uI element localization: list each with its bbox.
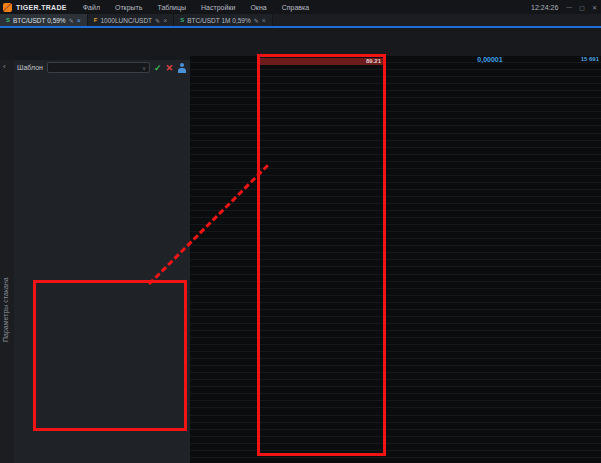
collapse-panel-icon[interactable]: ‹ <box>3 62 6 71</box>
left-strip: ‹ Параметры стакана <box>0 60 14 463</box>
annotation-box-settings <box>33 280 187 431</box>
tiger-logo-icon <box>3 3 12 12</box>
menu-item[interactable]: Открыть <box>115 4 143 11</box>
app-window: TIGER.TRADE ФайлОткрытьТаблицыНастройкиО… <box>0 0 601 463</box>
tab-market-badge: S <box>180 17 184 23</box>
discard-icon[interactable]: ✕ <box>165 63 173 73</box>
chart-tab[interactable]: F1000LUNC/USDT✎× <box>88 14 174 26</box>
template-label: Шаблон <box>17 64 43 71</box>
window-controls: —▢✕ <box>566 4 597 11</box>
user-profile-icon[interactable] <box>177 63 187 73</box>
menu-item[interactable]: Настройки <box>201 4 235 11</box>
tab-bar: SBTC/USDT 0,59%✎×F1000LUNC/USDT✎×SBTC/US… <box>0 14 601 26</box>
app-title: TIGER.TRADE <box>16 4 67 11</box>
window-control-button[interactable]: — <box>566 4 572 11</box>
tab-edit-icon[interactable]: ✎ <box>254 17 259 24</box>
dom-header-value: 0,00001 <box>430 56 550 64</box>
tab-market-badge: S <box>6 17 10 23</box>
tab-label: BTC/USDT 1M 0,59% <box>187 17 250 24</box>
tab-label: BTC/USDT 0,59% <box>13 17 66 24</box>
tab-close-icon[interactable]: × <box>77 17 81 24</box>
tab-close-icon[interactable]: × <box>262 17 266 24</box>
tab-close-icon[interactable]: × <box>163 17 167 24</box>
tab-market-badge: F <box>94 17 98 23</box>
chart-area: 89.21 0,00001 15 691 <box>190 56 601 463</box>
menu-item[interactable]: Файл <box>83 4 100 11</box>
menu-item[interactable]: Таблицы <box>157 4 186 11</box>
tab-label: 1000LUNC/USDT <box>100 17 152 24</box>
chart-tab[interactable]: SBTC/USDT 1M 0,59%✎× <box>174 14 273 26</box>
chart-tab[interactable]: SBTC/USDT 0,59%✎× <box>0 14 88 26</box>
panel-vertical-title: Параметры стакана <box>2 230 12 390</box>
menu-item[interactable]: Справка <box>282 4 309 11</box>
title-bar: TIGER.TRADE ФайлОткрытьТаблицыНастройкиО… <box>0 0 601 14</box>
apply-icon[interactable]: ✓ <box>154 63 162 73</box>
window-control-button[interactable]: ✕ <box>592 4 597 11</box>
dom-header-total: 15 691 <box>558 56 599 64</box>
tab-edit-icon[interactable]: ✎ <box>155 17 160 24</box>
annotation-box-histogram <box>257 54 386 456</box>
tab-edit-icon[interactable]: ✎ <box>69 17 74 24</box>
clock: 12:24:26 <box>531 4 558 11</box>
toolbar <box>0 28 601 45</box>
menu-item[interactable]: Окна <box>250 4 266 11</box>
template-dropdown[interactable]: ∨ <box>47 62 150 73</box>
settings-tabs <box>14 76 190 88</box>
window-control-button[interactable]: ▢ <box>579 4 585 11</box>
menu-bar: ФайлОткрытьТаблицыНастройкиОкнаСправка <box>83 4 309 11</box>
